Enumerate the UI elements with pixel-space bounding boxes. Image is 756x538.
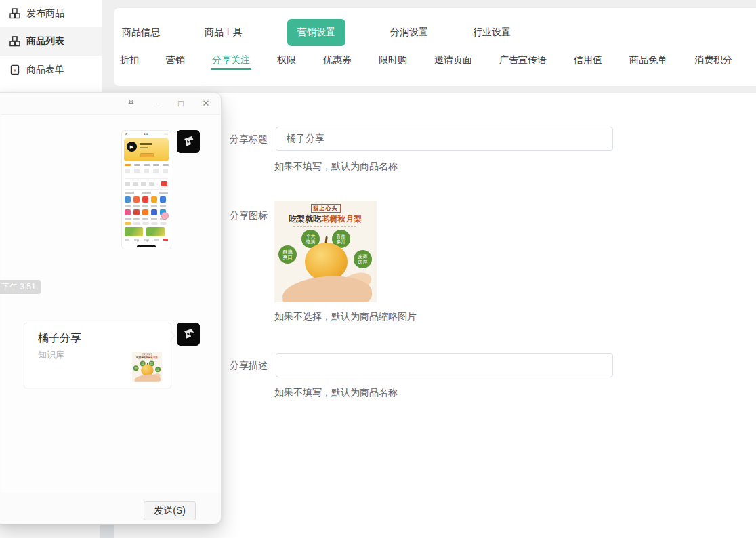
poster-badge: 酥脆爽口 [278,245,297,264]
form-document-icon: x [9,64,20,75]
phone-red-stat [161,181,167,186]
poster-badge: 皮薄肉厚 [354,250,372,268]
phone-article-thumbs [125,227,165,236]
pin-icon[interactable] [125,98,136,108]
tab-product-info[interactable]: 商品信息 [122,26,160,39]
subtab-share-follow[interactable]: 分享关注 [212,54,250,76]
subtab-consume-points[interactable]: 消费积分 [694,54,732,76]
secondary-tab-bar: 折扣 营销 分享关注 权限 优惠券 限时购 邀请页面 广告宣传语 信用值 商品免… [114,47,756,76]
share-title-label: 分享标题 [227,133,268,146]
poster-headline: 吃梨就吃老树秋月梨 [274,213,377,225]
user-avatar [177,130,200,153]
phone-icon-grid [125,196,167,220]
share-desc-label: 分享描述 [227,360,268,372]
sidebar-item-publish-product[interactable]: 发布商品 [0,0,102,28]
pear-poster-image: 甜上心头 吃梨就吃老树秋月梨 个大饱满 香甜多汁 酥脆爽口 皮薄肉厚 [274,201,377,302]
subtab-discount[interactable]: 折扣 [120,54,139,76]
cubes-icon [9,8,20,19]
phone-screenshot-image[interactable]: ✕▪▪▪⋯ ▶ [121,130,171,249]
tab-marketing-settings[interactable]: 营销设置 [287,19,345,46]
phone-floating-button [161,212,169,220]
sidebar-item-label: 商品列表 [26,35,64,47]
chat-message-area: ✕▪▪▪⋯ ▶ [1,114,220,493]
poster-subline [293,226,358,227]
phone-home-indicator [137,245,156,247]
user-avatar [177,323,200,346]
poster-ribbon: 甜上心头 [311,204,341,213]
message-row-share-card: 橘子分享 知识库 甜上心头 吃梨就吃老树秋月梨 个大饱满 香甜多汁 酥脆爽口 皮… [1,323,220,388]
close-icon[interactable]: ✕ [201,98,211,108]
share-desc-input[interactable] [276,353,613,377]
share-icon-label: 分享图标 [227,210,268,222]
phone-tag-pills [125,222,167,225]
subtab-coupon[interactable]: 优惠券 [323,54,352,76]
subtab-permission[interactable]: 权限 [277,54,296,76]
minimize-icon[interactable]: – [150,98,161,108]
phone-quick-row [125,182,154,186]
sidebar-item-label: 商品表单 [26,64,64,76]
tab-profit-settings[interactable]: 分润设置 [390,26,428,39]
share-card-title: 橘子分享 [38,331,81,346]
subtab-invite-page[interactable]: 邀请页面 [434,54,472,76]
tab-product-tools[interactable]: 商品工具 [205,26,243,39]
settings-tab-card: 商品信息 商品工具 营销设置 分润设置 行业设置 折扣 营销 分享关注 权限 优… [114,8,756,86]
subtab-credit-value[interactable]: 信用值 [574,54,602,76]
sidebar: 发布商品 商品列表 x 商品表单 [0,0,102,93]
pear [305,243,348,281]
phone-avatar: ▶ [127,142,137,152]
sidebar-item-product-list[interactable]: 商品列表 [0,28,102,56]
phone-topbar: ✕▪▪▪⋯ [125,132,168,137]
maximize-icon[interactable]: □ [175,98,186,108]
sidebar-item-label: 发布商品 [26,7,64,20]
share-card-subtitle: 知识库 [38,349,64,361]
cubes-icon [9,36,20,47]
wechat-share-preview-window: – □ ✕ ✕▪▪▪⋯ ▶ [0,92,222,524]
subtab-ad-slogan[interactable]: 广告宣传语 [499,54,547,76]
share-icon-image[interactable]: 甜上心头 吃梨就吃老树秋月梨 个大饱满 香甜多汁 酥脆爽口 皮薄肉厚 [274,201,377,302]
svg-text:x: x [14,67,16,73]
tab-industry-settings[interactable]: 行业设置 [473,26,511,39]
subtab-free-order[interactable]: 商品免单 [629,54,667,76]
message-row-image: ✕▪▪▪⋯ ▶ [1,130,220,249]
window-titlebar: – □ ✕ [0,93,221,113]
subtab-marketing[interactable]: 营销 [166,54,185,76]
phone-header-card: ▶ [124,138,169,161]
phone-tabs [125,164,169,166]
phone-stats [125,169,168,173]
primary-tab-bar: 商品信息 商品工具 营销设置 分润设置 行业设置 [114,8,756,47]
share-title-hint: 如果不填写，默认为商品名称 [274,161,398,173]
sidebar-item-product-form[interactable]: x 商品表单 [0,56,102,83]
phone-section-headers [125,192,168,194]
subtab-flash-sale[interactable]: 限时购 [379,54,407,76]
share-desc-hint: 如果不填写，默认为商品名称 [274,387,398,399]
share-icon-hint: 如果不选择，默认为商品缩略图片 [274,311,417,323]
send-button[interactable]: 发送(S) [144,501,196,520]
phone-pager: ‹› [122,239,171,243]
share-link-card[interactable]: 橘子分享 知识库 甜上心头 吃梨就吃老树秋月梨 个大饱满 香甜多汁 酥脆爽口 皮… [24,323,171,388]
chat-timestamp: 下午 3:51 [0,280,41,294]
share-title-input[interactable] [276,127,613,151]
page-scrollbar-stub[interactable] [100,525,114,538]
share-card-thumbnail: 甜上心头 吃梨就吃老树秋月梨 个大饱满 香甜多汁 酥脆爽口 皮薄肉厚 [132,352,162,382]
